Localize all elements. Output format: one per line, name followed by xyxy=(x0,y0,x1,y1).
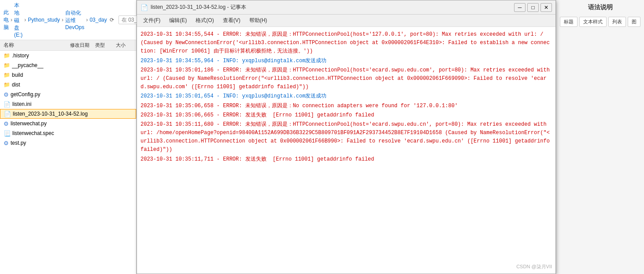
breadcrumb: 此电脑 › 本地磁盘 (E:) › Python_study › 自动化运维De… xyxy=(0,0,136,40)
ini-icon: 📄 xyxy=(4,101,11,108)
file-item-listenlog[interactable]: 📄 listen_2023-10-31_10-34-52.log xyxy=(0,109,136,119)
breadcrumb-day[interactable]: 03_day xyxy=(89,17,107,23)
log-line: 2023-10-31 10:35:01,654 - INFO: yxqplus@… xyxy=(141,92,552,101)
breadcrumb-study[interactable]: Python_study xyxy=(28,17,60,23)
log-line: 2023-10-31 10:34:55,544 - ERROR: 未知错误，原因… xyxy=(141,30,552,56)
sidebar-tab-image[interactable]: 图 xyxy=(628,17,640,27)
menu-file[interactable]: 文件(F) xyxy=(139,15,165,26)
breadcrumb-drive[interactable]: 本地磁盘 (E:) xyxy=(14,2,22,38)
col-type-header: 类型 xyxy=(95,42,116,49)
file-name: .history xyxy=(12,53,133,59)
file-item-pycache[interactable]: 📁 __pycache__ xyxy=(0,60,136,70)
breadcrumb-pc[interactable]: 此电脑 xyxy=(4,9,9,31)
refresh-button[interactable]: ⟳ xyxy=(110,17,114,23)
file-item-testpy[interactable]: ⚙ test.py xyxy=(0,138,136,148)
col-size-header: 大小 xyxy=(116,42,133,49)
file-name: dist xyxy=(12,82,133,88)
window-controls: ─ □ ✕ xyxy=(514,3,552,12)
file-name: listenwechat.py xyxy=(11,120,133,127)
file-item-listenini[interactable]: 📄 listen.ini xyxy=(0,99,136,109)
log-line: 2023-10-31 10:34:55,964 - INFO: yxqplus@… xyxy=(141,57,552,65)
file-item-listenwechatspec[interactable]: 📃 listenwechat.spec xyxy=(0,128,136,138)
folder-icon: 📁 xyxy=(4,72,10,78)
log-content[interactable]: 2023-10-31 10:34:55,544 - ERROR: 未知错误，原因… xyxy=(137,27,555,274)
py-icon: ⚙ xyxy=(4,140,9,146)
file-list: 📁 .history 📁 __pycache__ 📁 build 📁 dist … xyxy=(0,51,136,274)
window-title: listen_2023-10-31_10-34-52.log - 记事本 xyxy=(151,4,246,11)
right-sidebar: 语法说明 标题 文本样式 列表 图 xyxy=(556,0,644,274)
col-name-header: 名称 xyxy=(4,41,70,49)
column-headers: 名称 修改日期 类型 大小 xyxy=(0,40,136,51)
file-name: __pycache__ xyxy=(12,62,133,68)
sidebar-tab-list[interactable]: 列表 xyxy=(608,17,626,27)
close-button[interactable]: ✕ xyxy=(540,3,552,12)
sidebar-tab-textstyle[interactable]: 文本样式 xyxy=(579,17,607,27)
log-line: 2023-10-31 10:35:11,711 - ERROR: 发送失败 [E… xyxy=(141,155,552,164)
window-menubar: 文件(F) 编辑(E) 格式(O) 查看(V) 帮助(H) xyxy=(137,15,555,27)
folder-icon: 📁 xyxy=(4,53,10,59)
menu-format[interactable]: 格式(O) xyxy=(191,15,218,26)
sidebar-tabs: 标题 文本样式 列表 图 xyxy=(560,17,640,27)
sidebar-tab-title[interactable]: 标题 xyxy=(560,17,577,27)
minimize-button[interactable]: ─ xyxy=(514,3,526,12)
maximize-button[interactable]: □ xyxy=(527,3,539,12)
folder-icon: 📁 xyxy=(4,82,10,88)
file-name: test.py xyxy=(11,140,133,146)
file-item-history[interactable]: 📁 .history xyxy=(0,51,136,60)
py-icon: ⚙ xyxy=(4,120,9,127)
file-item-build[interactable]: 📁 build xyxy=(0,70,136,80)
notepad-window: 📄 listen_2023-10-31_10-34-52.log - 记事本 ─… xyxy=(137,0,556,274)
log-line: 2023-10-31 10:35:11,680 - ERROR: 未知错误，原因… xyxy=(141,120,552,154)
window-titlebar: 📄 listen_2023-10-31_10-34-52.log - 记事本 ─… xyxy=(137,0,555,15)
file-item-listenwechat[interactable]: ⚙ listenwechat.py xyxy=(0,119,136,128)
col-date-header: 修改日期 xyxy=(70,42,95,49)
file-name: listen_2023-10-31_10-34-52.log xyxy=(13,111,132,117)
sidebar-title: 语法说明 xyxy=(560,4,640,11)
log-line: 2023-10-31 10:35:06,665 - ERROR: 发送失败 [E… xyxy=(141,111,552,120)
csdn-watermark: CSDN @柒月VII xyxy=(516,263,552,270)
file-item-getconfig[interactable]: ⚙ getConfig.py xyxy=(0,90,136,99)
notepad-icon: 📄 xyxy=(141,4,148,11)
file-item-dist[interactable]: 📁 dist xyxy=(0,80,136,90)
file-name: build xyxy=(12,72,133,78)
folder-icon: 📁 xyxy=(4,62,10,68)
menu-view[interactable]: 查看(V) xyxy=(218,15,245,26)
main-content: 📄 listen_2023-10-31_10-34-52.log - 记事本 ─… xyxy=(137,0,556,274)
log-line: 2023-10-31 10:35:01,186 - ERROR: 未知错误，原因… xyxy=(141,66,552,92)
file-name: listen.ini xyxy=(12,101,133,107)
file-explorer: 此电脑 › 本地磁盘 (E:) › Python_study › 自动化运维De… xyxy=(0,0,137,274)
log-line: 2023-10-31 10:35:06,658 - ERROR: 未知错误，原因… xyxy=(141,102,552,110)
spec-icon: 📃 xyxy=(4,130,11,137)
breadcrumb-devops[interactable]: 自动化运维DevOps xyxy=(65,9,84,30)
py-icon: ⚙ xyxy=(4,91,9,98)
file-name: listenwechat.spec xyxy=(12,130,133,136)
log-icon: 📄 xyxy=(4,111,11,117)
menu-edit[interactable]: 编辑(E) xyxy=(165,15,191,26)
file-name: getConfig.py xyxy=(11,91,133,98)
menu-help[interactable]: 帮助(H) xyxy=(245,15,272,26)
titlebar-left: 📄 listen_2023-10-31_10-34-52.log - 记事本 xyxy=(141,4,246,11)
